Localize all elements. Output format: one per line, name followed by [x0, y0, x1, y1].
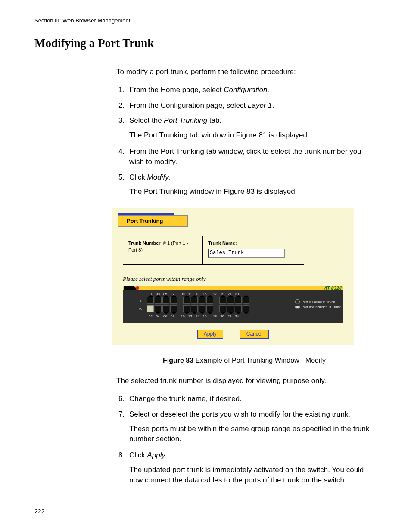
port[interactable] — [183, 305, 190, 312]
port[interactable] — [219, 297, 226, 304]
step-8-text-c: . — [165, 451, 168, 459]
after-figure-paragraph: The selected trunk number is displayed f… — [116, 376, 377, 386]
trunk-number-cell: Trunk Number # 1 (Port 1 - Port 8) — [123, 236, 203, 264]
port[interactable] — [206, 297, 213, 304]
port[interactable] — [155, 305, 162, 312]
step-5-result: The Port Trunking window in Figure 83 is… — [129, 187, 377, 197]
port-label: 14 — [194, 314, 201, 319]
trunk-info-table: Trunk Number # 1 (Port 1 - Port 8) Trunk… — [123, 236, 304, 264]
port[interactable] — [147, 305, 154, 312]
step-3: Select the Port Trunking tab. The Port T… — [127, 115, 377, 140]
step-4: From the Port Trunking tab window, click… — [127, 146, 377, 167]
step-8-text-a: Click — [129, 451, 147, 459]
step-5-text-c: . — [169, 173, 171, 181]
screenshot-window: Port Trunking Trunk Number # 1 (Port 1 -… — [112, 208, 354, 345]
legend-not-included-label: Port not included in Trunk — [302, 305, 341, 309]
step-7-text: Select or deselect the ports you wish to… — [129, 410, 350, 418]
step-5-text-a: Click — [129, 173, 147, 181]
port-label: 24 — [233, 314, 240, 319]
port-legend: Port included in Trunk Port not included… — [295, 299, 341, 310]
port[interactable] — [199, 297, 206, 304]
port-label: 08 — [169, 314, 176, 319]
tab-port-trunking[interactable]: Port Trunking — [118, 215, 188, 227]
port[interactable] — [162, 297, 169, 304]
port-label: 12 — [187, 314, 194, 319]
step-8-em: Apply — [147, 451, 166, 459]
port[interactable] — [227, 297, 234, 304]
logo-dot-icon — [136, 286, 139, 290]
radio-not-included-icon[interactable] — [295, 305, 300, 309]
step-4-text: From the Port Trunking tab window, click… — [129, 147, 361, 166]
port-label: 18 — [211, 314, 218, 319]
trunk-name-cell: Trunk Name: Sales_Trunk — [203, 236, 304, 264]
step-7-result: These ports must be within the same grou… — [129, 424, 377, 445]
port-label: 02 — [147, 314, 154, 319]
step-1-text-c: . — [267, 86, 269, 94]
port[interactable] — [170, 305, 177, 312]
step-8: Click Apply. The updated port trunk is i… — [127, 450, 377, 485]
port[interactable] — [191, 305, 198, 312]
switch-panel: AT-8324 01030507 09111315 17192123 A — [123, 286, 343, 323]
step-6: Change the trunk name, if desired. — [127, 394, 377, 404]
port-label: 10 — [179, 314, 187, 319]
port-label: 22 — [226, 314, 233, 319]
port-label: 20 — [218, 314, 226, 319]
step-1-em: Configuration — [224, 86, 267, 94]
port[interactable] — [155, 297, 162, 304]
step-1: From the Home page, select Configuration… — [127, 85, 377, 95]
ports-row-b — [147, 305, 249, 312]
step-2-text-c: . — [272, 101, 274, 109]
port[interactable] — [147, 297, 154, 304]
port[interactable] — [170, 297, 177, 304]
switch-model-label: AT-8324 — [324, 285, 342, 292]
ports-row-a — [147, 297, 249, 304]
port[interactable] — [235, 305, 242, 312]
apply-button[interactable]: Apply — [197, 330, 223, 339]
step-3-text-c: tab. — [207, 116, 221, 124]
step-3-text-a: Select the — [129, 116, 164, 124]
step-8-result: The updated port trunk is immediately ac… — [129, 465, 377, 485]
port[interactable] — [219, 305, 226, 312]
step-2: From the Configuration page, select Laye… — [127, 100, 377, 111]
port[interactable] — [206, 305, 213, 312]
step-7: Select or deselect the ports you wish to… — [127, 409, 377, 444]
page-title: Modifying a Port Trunk — [34, 37, 377, 51]
port[interactable] — [227, 305, 234, 312]
port[interactable] — [199, 305, 206, 312]
port[interactable] — [243, 305, 249, 312]
trunk-name-label: Trunk Name: — [208, 240, 237, 246]
logo-icon — [124, 286, 137, 290]
cancel-button[interactable]: Cancel — [240, 330, 269, 339]
step-2-em: Layer 1 — [248, 101, 272, 109]
port[interactable] — [162, 305, 169, 312]
step-6-text: Change the trunk name, if desired. — [129, 395, 242, 403]
page-number: 222 — [34, 508, 44, 515]
port[interactable] — [235, 297, 242, 304]
trunk-number-label: Trunk Number — [128, 240, 161, 246]
step-1-text-a: From the Home page, select — [129, 86, 224, 94]
trunk-name-input[interactable]: Sales_Trunk — [208, 249, 285, 258]
intro-paragraph: To modify a port trunk, perform the foll… — [116, 67, 377, 77]
step-3-result: The Port Trunking tab window in Figure 8… — [129, 130, 377, 140]
row-b-label: B — [139, 306, 142, 312]
page-header: Section III: Web Browser Management — [34, 17, 377, 24]
step-5-em: Modify — [147, 173, 169, 181]
port-label: 16 — [201, 314, 209, 319]
select-ports-note: Please select ports within range only — [123, 275, 343, 283]
figure-caption: Figure 83 Example of Port Trunking Windo… — [112, 356, 377, 365]
step-3-em: Port Trunking — [164, 116, 207, 124]
figure-caption-bold: Figure 83 — [163, 357, 193, 364]
port[interactable] — [191, 297, 198, 304]
figure-83: Port Trunking Trunk Number # 1 (Port 1 -… — [112, 208, 377, 345]
port-label: 04 — [154, 314, 162, 319]
figure-caption-rest: Example of Port Trunking Window - Modify — [193, 357, 326, 364]
port-labels-bottom: 02040608 10121416 18202224 — [147, 314, 240, 319]
step-5: Click Modify. The Port Trunking window i… — [127, 172, 377, 197]
radio-included-icon[interactable] — [295, 299, 300, 304]
legend-included-label: Port included in Trunk — [302, 299, 335, 304]
step-2-text-a: From the Configuration page, select — [129, 101, 248, 109]
port[interactable] — [243, 297, 249, 304]
port[interactable] — [183, 297, 190, 304]
port-label: 06 — [162, 314, 169, 319]
row-a-label: A — [139, 299, 142, 304]
